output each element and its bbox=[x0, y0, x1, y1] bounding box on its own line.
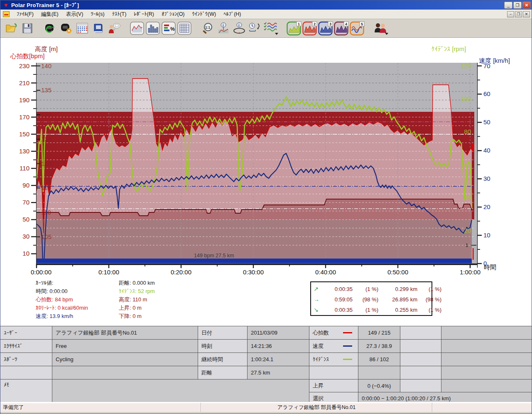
svg-text:90: 90 bbox=[22, 182, 29, 189]
svg-text:115: 115 bbox=[41, 184, 51, 191]
menu-window[interactable]: ｳｲﾝﾄﾞｳ(W) bbox=[189, 10, 220, 18]
cursor-value-row: 上昇: 0 m bbox=[119, 304, 155, 312]
memo-value[interactable] bbox=[52, 380, 309, 404]
svg-text:120: 120 bbox=[461, 62, 471, 69]
svg-text:1: 1 bbox=[298, 22, 300, 26]
curve-view-button[interactable] bbox=[129, 20, 145, 36]
restore-button[interactable]: ❐ bbox=[513, 2, 522, 9]
cursor-values-panel: ｶｰｿﾙ値:時間: 0:00:00心拍数: 84 bpmｶﾛﾘｰﾚｰﾄ: 0 k… bbox=[36, 279, 268, 320]
svg-text:0:10:00: 0:10:00 bbox=[98, 269, 119, 276]
svg-text:50: 50 bbox=[483, 118, 490, 126]
cursor-value-row: ｶﾛﾘｰﾚｰﾄ: 0 kcal/60min bbox=[36, 304, 88, 312]
window-bottom-frame bbox=[0, 412, 532, 414]
zone-percent-view-button[interactable]: % bbox=[161, 20, 177, 36]
descent-time: 0:00:35 bbox=[324, 305, 354, 315]
svg-text:150: 150 bbox=[19, 131, 29, 138]
preset-5-button[interactable]: 5 bbox=[349, 20, 365, 36]
child-close-button[interactable]: ✕ bbox=[523, 11, 530, 17]
ascent-row: ↗ 0:00:35 (1 %) 0.299 km (1 %) bbox=[314, 284, 429, 294]
cursor-value-row: 距離: 0.000 km bbox=[119, 279, 155, 287]
lap-marker-button[interactable]: i bbox=[231, 20, 247, 36]
status-bar: 準備完了 アラフィフ銀輪部 部員番号No.01 bbox=[0, 402, 532, 412]
ascent-arrow-icon: ↗ bbox=[314, 284, 324, 294]
svg-text:5: 5 bbox=[361, 22, 363, 26]
svg-text:30: 30 bbox=[22, 233, 29, 240]
ascent-distance: 0.299 km bbox=[380, 284, 419, 294]
svg-text:130: 130 bbox=[19, 148, 29, 155]
save-exercise-button[interactable] bbox=[20, 20, 35, 36]
calendar-view-button[interactable] bbox=[74, 20, 90, 36]
flat-time-pct: (98 %) bbox=[354, 294, 380, 305]
curve-chart-svg[interactable]: 149 bpm 27.5 km1230210190170150130110907… bbox=[0, 38, 532, 279]
child-document-icon bbox=[3, 11, 10, 17]
duration-label: 継続時間 bbox=[198, 353, 247, 366]
cadence-value: 86 / 102 bbox=[358, 353, 400, 366]
cadence-label: ｹｲﾃﾞﾝｽ bbox=[309, 353, 358, 366]
svg-text:120: 120 bbox=[41, 160, 51, 167]
menu-report[interactable]: ﾚﾎﾟｰﾄ(R) bbox=[130, 10, 158, 18]
exercise-curve-chart[interactable]: 149 bpm 27.5 km1230210190170150130110907… bbox=[0, 38, 532, 279]
menu-view[interactable]: 表示(V) bbox=[62, 10, 87, 19]
svg-text:3: 3 bbox=[329, 22, 331, 26]
svg-text:140: 140 bbox=[41, 62, 51, 69]
speed-label: 速度 bbox=[309, 340, 358, 352]
menu-bar: ﾌｧｲﾙ(F) 編集(E) 表示(V) ﾂｰﾙ(s) ﾃｽﾄ(T) ﾚﾎﾟｰﾄ(… bbox=[0, 10, 532, 19]
preset-4-button[interactable]: 4 bbox=[333, 20, 349, 36]
svg-text:0:50:00: 0:50:00 bbox=[387, 269, 408, 276]
transfer-from-monitor-button[interactable] bbox=[43, 20, 59, 36]
svg-text:i: i bbox=[238, 23, 240, 27]
flat-time: 0:59:05 bbox=[324, 294, 354, 305]
svg-text:80: 80 bbox=[464, 128, 471, 135]
svg-text:40: 40 bbox=[483, 147, 490, 154]
svg-text:125: 125 bbox=[41, 136, 51, 143]
polar-protrainer-window: ♥ Polar ProTrainer 5 - [ｶｰﾌﾞ] _ ❐ ✕ ﾌｧｲﾙ… bbox=[0, 0, 532, 414]
close-button[interactable]: ✕ bbox=[522, 2, 531, 9]
descent-arrow-icon: ↘ bbox=[314, 305, 324, 315]
menu-edit[interactable]: 編集(E) bbox=[37, 10, 62, 19]
ascent-time-pct: (1 %) bbox=[354, 284, 380, 294]
monitor-settings-button[interactable] bbox=[59, 20, 74, 36]
person-notes-button[interactable] bbox=[106, 20, 122, 36]
child-restore-button[interactable]: ❐ bbox=[515, 11, 522, 17]
svg-text:速度 [km/h]: 速度 [km/h] bbox=[479, 57, 510, 64]
cursor-info-button[interactable]: i bbox=[216, 20, 231, 36]
preset-1-button[interactable]: 1 bbox=[286, 20, 302, 36]
menu-help[interactable]: ﾍﾙﾌﾟ(H) bbox=[220, 10, 245, 18]
date-value: 2011/03/09 bbox=[248, 326, 309, 339]
open-exercise-button[interactable] bbox=[4, 20, 20, 36]
title-bar[interactable]: ♥ Polar ProTrainer 5 - [ｶｰﾌﾞ] _ ❐ ✕ bbox=[0, 0, 532, 10]
minimize-button[interactable]: _ bbox=[504, 2, 512, 9]
zoom-1-1-button[interactable]: 1:1 bbox=[200, 20, 216, 36]
cursor-value-row: 時間: 0:00:00 bbox=[36, 287, 88, 296]
time-shift-button[interactable] bbox=[247, 20, 263, 36]
flat-distance-pct: (98 %) bbox=[419, 294, 443, 305]
preset-2-button[interactable]: 2 bbox=[302, 20, 318, 36]
svg-text:20: 20 bbox=[464, 227, 471, 234]
data-table-view-button[interactable] bbox=[177, 20, 192, 36]
svg-text:70: 70 bbox=[22, 199, 29, 206]
svg-text:ｹｲﾃﾞﾝｽ [rpm]: ｹｲﾃﾞﾝｽ [rpm] bbox=[431, 45, 466, 52]
bar-view-button[interactable] bbox=[145, 20, 161, 36]
menu-options[interactable]: ｵﾌﾟｼｮﾝ(O) bbox=[158, 10, 189, 18]
child-minimize-button[interactable]: − bbox=[507, 11, 514, 17]
window-title: Polar ProTrainer 5 - [ｶｰﾌﾞ] bbox=[11, 2, 79, 8]
svg-text:190: 190 bbox=[19, 96, 29, 104]
menu-test[interactable]: ﾃｽﾄ(T) bbox=[108, 10, 130, 18]
svg-text:%: % bbox=[170, 26, 175, 32]
svg-text:170: 170 bbox=[19, 113, 29, 121]
menu-tools[interactable]: ﾂｰﾙ(s) bbox=[87, 10, 108, 18]
clock-value: 14:21:36 bbox=[248, 340, 309, 352]
hr-value: 149 / 215 bbox=[358, 326, 400, 339]
svg-text:20: 20 bbox=[483, 203, 490, 210]
menu-file[interactable]: ﾌｧｲﾙ(F) bbox=[13, 10, 37, 18]
series-selection-button[interactable] bbox=[263, 20, 279, 36]
hr-label: 心拍数 bbox=[309, 326, 358, 339]
user-selection-button[interactable] bbox=[373, 20, 388, 36]
svg-text:130: 130 bbox=[41, 111, 51, 118]
status-ready: 準備完了 bbox=[0, 403, 201, 412]
preset-3-button[interactable]: 3 bbox=[318, 20, 333, 36]
svg-text:10: 10 bbox=[483, 232, 490, 239]
diary-view-button[interactable] bbox=[90, 20, 106, 36]
flat-row: → 0:59:05 (98 %) 26.895 km (98 %) bbox=[314, 294, 429, 305]
flat-arrow-icon: → bbox=[314, 294, 324, 305]
